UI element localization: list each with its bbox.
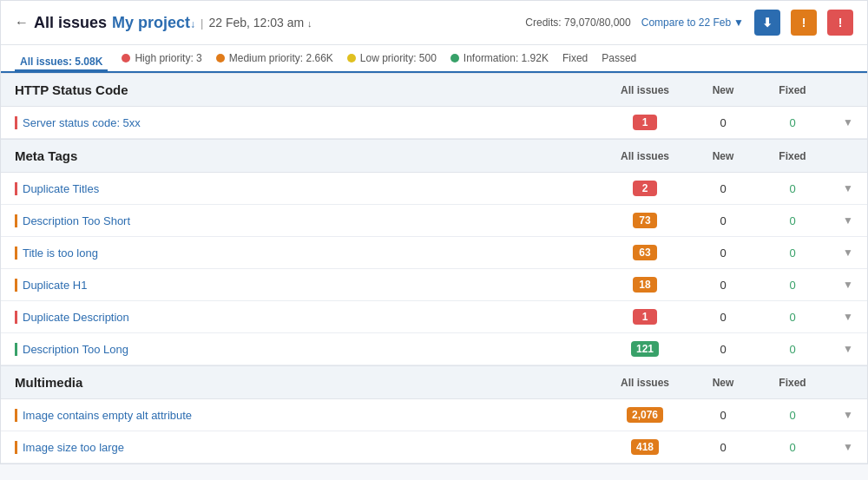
warning-button[interactable]: ! <box>791 10 817 36</box>
all-issues-cell: 2 <box>602 181 688 196</box>
row-arrow: ▼ <box>827 214 853 227</box>
compare-button[interactable]: Compare to 22 Feb ▼ <box>641 16 744 29</box>
section-multimedia: MultimediaAll issuesNewFixedImage contai… <box>1 365 867 464</box>
fixed-cell: 0 <box>758 409 827 422</box>
section-title-http-status-code: HTTP Status Code <box>15 82 602 97</box>
issue-badge: 1 <box>633 309 657 325</box>
download-icon: ⬇ <box>762 16 773 30</box>
row-arrow: ▼ <box>827 247 853 259</box>
section-meta-tags: Meta TagsAll issuesNewFixedDuplicate Tit… <box>1 139 867 365</box>
section-header-http-status-code: HTTP Status CodeAll issuesNewFixed <box>1 73 867 107</box>
fixed-cell: 0 <box>758 311 827 324</box>
header-right: Credits: 79,070/80,000 Compare to 22 Feb… <box>525 10 853 36</box>
high-priority-filter[interactable]: High priority: 3 <box>122 52 201 64</box>
fixed-cell: 0 <box>758 182 827 195</box>
section-title-multimedia: Multimedia <box>15 375 602 390</box>
section-http-status-code: HTTP Status CodeAll issuesNewFixedServer… <box>1 73 867 139</box>
row-arrow: ▼ <box>827 441 853 453</box>
issue-name: Duplicate H1 <box>15 279 602 292</box>
issue-badge: 18 <box>633 277 657 293</box>
new-cell: 0 <box>688 279 758 292</box>
col-header-new: New <box>688 150 758 162</box>
col-header-fixed: Fixed <box>758 84 827 96</box>
all-issues-cell: 418 <box>602 439 688 455</box>
new-cell: 0 <box>688 343 758 356</box>
information-dot <box>450 54 459 62</box>
issue-name: Image contains empty alt attribute <box>15 409 602 422</box>
information-filter[interactable]: Information: 1.92K <box>450 52 549 64</box>
section-header-meta-tags: Meta TagsAll issuesNewFixed <box>1 139 867 173</box>
table-row[interactable]: Duplicate Description100▼ <box>1 301 867 333</box>
row-arrow: ▼ <box>827 311 853 323</box>
warning-icon: ! <box>802 16 806 30</box>
table-row[interactable]: Duplicate Titles200▼ <box>1 173 867 205</box>
all-issues-tab[interactable]: All issues: 5.08K <box>15 54 108 71</box>
issue-badge: 1 <box>633 115 657 130</box>
app-container: ← All issues My project↓ | 22 Feb, 12:03… <box>0 0 868 464</box>
section-header-multimedia: MultimediaAll issuesNewFixed <box>1 365 867 399</box>
issue-name: Image size too large <box>15 441 602 454</box>
alert-button[interactable]: ! <box>827 10 853 36</box>
all-issues-cell: 121 <box>602 341 688 357</box>
header: ← All issues My project↓ | 22 Feb, 12:03… <box>1 1 867 45</box>
issue-name: Description Too Long <box>15 343 602 356</box>
fixed-cell: 0 <box>758 214 827 227</box>
fixed-filter[interactable]: Fixed <box>562 52 588 64</box>
table-row[interactable]: Image contains empty alt attribute2,0760… <box>1 399 867 431</box>
project-name[interactable]: My project↓ <box>112 14 195 32</box>
medium-priority-filter[interactable]: Medium priority: 2.66K <box>216 52 333 64</box>
new-cell: 0 <box>688 182 758 195</box>
col-header-new: New <box>688 377 758 389</box>
fixed-cell: 0 <box>758 343 827 356</box>
table-row[interactable]: Title is too long6300▼ <box>1 237 867 269</box>
table-row[interactable]: Description Too Long12100▼ <box>1 333 867 365</box>
issue-badge: 418 <box>631 439 659 455</box>
new-cell: 0 <box>688 441 758 454</box>
new-cell: 0 <box>688 116 758 129</box>
issue-name: Description Too Short <box>15 214 602 227</box>
issue-badge: 63 <box>633 245 657 260</box>
all-issues-cell: 2,076 <box>602 407 688 423</box>
low-priority-dot <box>347 54 356 62</box>
passed-filter[interactable]: Passed <box>602 52 636 64</box>
low-priority-filter[interactable]: Low priority: 500 <box>347 52 437 64</box>
filter-bar: All issues: 5.08K High priority: 3 Mediu… <box>1 45 867 73</box>
row-arrow: ▼ <box>827 343 853 355</box>
issue-badge: 2,076 <box>627 407 663 423</box>
row-arrow: ▼ <box>827 409 853 421</box>
table-row[interactable]: Image size too large41800▼ <box>1 431 867 464</box>
fixed-cell: 0 <box>758 441 827 454</box>
row-arrow: ▼ <box>827 182 853 194</box>
col-header-all_issues: All issues <box>602 150 688 162</box>
new-cell: 0 <box>688 247 758 260</box>
table-row[interactable]: Server status code: 5xx100▼ <box>1 107 867 139</box>
sections-container: HTTP Status CodeAll issuesNewFixedServer… <box>1 73 867 464</box>
fixed-cell: 0 <box>758 247 827 260</box>
all-issues-cell: 63 <box>602 245 688 260</box>
fixed-cell: 0 <box>758 279 827 292</box>
header-date[interactable]: 22 Feb, 12:03 am ↓ <box>208 16 312 30</box>
new-cell: 0 <box>688 311 758 324</box>
all-issues-cell: 1 <box>602 309 688 325</box>
table-row[interactable]: Duplicate H11800▼ <box>1 269 867 301</box>
table-row[interactable]: Description Too Short7300▼ <box>1 205 867 237</box>
fixed-cell: 0 <box>758 116 827 129</box>
row-arrow: ▼ <box>827 279 853 291</box>
credits-text: Credits: 79,070/80,000 <box>525 16 630 29</box>
row-arrow: ▼ <box>827 116 853 128</box>
issue-name: Duplicate Titles <box>15 182 602 195</box>
issue-name: Duplicate Description <box>15 311 602 324</box>
section-title-meta-tags: Meta Tags <box>15 148 602 163</box>
header-separator: | <box>201 16 203 30</box>
all-issues-cell: 18 <box>602 277 688 293</box>
page-title: All issues <box>34 14 107 32</box>
new-cell: 0 <box>688 214 758 227</box>
col-header-fixed: Fixed <box>758 150 827 162</box>
issue-badge: 121 <box>631 341 659 357</box>
download-button[interactable]: ⬇ <box>754 10 780 36</box>
all-issues-cell: 73 <box>602 213 688 228</box>
back-arrow[interactable]: ← <box>15 15 29 30</box>
col-header-all_issues: All issues <box>602 84 688 96</box>
col-header-fixed: Fixed <box>758 377 827 389</box>
issue-name: Title is too long <box>15 247 602 260</box>
